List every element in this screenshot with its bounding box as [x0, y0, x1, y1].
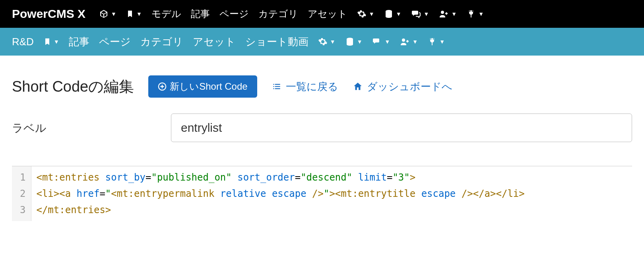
brand-logo[interactable]: PowerCMS X [12, 7, 85, 21]
nav-assets[interactable]: アセット [308, 8, 347, 20]
comments-icon [411, 9, 421, 19]
site-nav-categories[interactable]: カテゴリ [140, 35, 183, 49]
dashboard-label: ダッシュボードへ [367, 80, 452, 94]
label-form-row: ラベル [12, 114, 632, 142]
user-add-menu[interactable]: ▼ [438, 9, 457, 19]
line-gutter: 123 [12, 166, 31, 221]
gear-icon [357, 9, 367, 19]
caret-down-icon: ▼ [423, 11, 429, 17]
bookmark-icon [126, 9, 134, 19]
dashboard-link[interactable]: ダッシュボードへ [353, 80, 452, 94]
cube-icon [99, 9, 109, 19]
database-icon [345, 37, 355, 46]
code-area[interactable]: <mt:entries sort_by="published_on" sort_… [31, 166, 529, 221]
label-input[interactable] [171, 114, 632, 142]
caret-down-icon: ▼ [111, 11, 116, 17]
comments-menu[interactable]: ▼ [411, 9, 429, 19]
plus-circle-icon [158, 82, 167, 91]
code-editor[interactable]: 123 <mt:entries sort_by="published_on" s… [12, 166, 632, 221]
plug-icon [466, 9, 476, 19]
list-icon [272, 81, 282, 92]
bookmark-menu-site[interactable]: ▼ [43, 37, 59, 47]
bookmark-icon [43, 37, 51, 47]
bookmark-menu[interactable]: ▼ [126, 9, 142, 19]
nav-pages[interactable]: ページ [219, 8, 249, 20]
nav-categories[interactable]: カテゴリ [258, 8, 298, 20]
svg-point-1 [441, 11, 444, 14]
site-nav-pages[interactable]: ページ [99, 35, 131, 49]
site-name[interactable]: R&D [12, 36, 34, 48]
database-menu[interactable]: ▼ [384, 9, 402, 19]
cube-menu[interactable]: ▼ [99, 9, 116, 19]
user-plus-icon [438, 9, 449, 19]
site-nav-entries[interactable]: 記事 [69, 35, 89, 49]
caret-down-icon: ▼ [396, 11, 402, 17]
database-menu-site[interactable]: ▼ [345, 37, 363, 46]
comments-menu-site[interactable]: ▼ [372, 37, 390, 46]
nav-model[interactable]: モデル [151, 8, 181, 20]
gear-icon [318, 37, 328, 46]
caret-down-icon: ▼ [439, 38, 445, 45]
label-field-label: ラベル [12, 114, 159, 136]
site-nav-assets[interactable]: アセット [193, 35, 236, 49]
caret-down-icon: ▼ [451, 11, 457, 17]
svg-point-3 [402, 38, 405, 42]
caret-down-icon: ▼ [384, 38, 390, 45]
plug-menu-site[interactable]: ▼ [427, 37, 445, 46]
main-content: Short Codeの編集 新しいShort Code 一覧に戻る ダッシュボー… [0, 56, 644, 233]
caret-down-icon: ▼ [478, 11, 484, 17]
page-title: Short Codeの編集 [12, 77, 134, 97]
nav-entries[interactable]: 記事 [191, 8, 210, 20]
new-shortcode-button[interactable]: 新しいShort Code [148, 75, 257, 98]
site-navbar: R&D ▼ 記事 ページ カテゴリ アセット ショート動画 ▼ ▼ ▼ ▼ ▼ [0, 28, 644, 56]
user-add-menu-site[interactable]: ▼ [400, 37, 418, 46]
new-button-label: 新しいShort Code [170, 80, 247, 93]
page-header: Short Codeの編集 新しいShort Code 一覧に戻る ダッシュボー… [12, 75, 632, 98]
home-icon [353, 81, 363, 92]
user-plus-icon [400, 37, 410, 46]
plug-menu[interactable]: ▼ [466, 9, 484, 19]
caret-down-icon: ▼ [369, 11, 374, 17]
database-icon [384, 9, 394, 19]
caret-down-icon: ▼ [54, 38, 59, 45]
gear-menu[interactable]: ▼ [357, 9, 374, 19]
comments-icon [372, 37, 382, 46]
gear-menu-site[interactable]: ▼ [318, 37, 336, 46]
back-list-label: 一覧に戻る [286, 80, 338, 94]
top-navbar: PowerCMS X ▼ ▼ モデル 記事 ページ カテゴリ アセット ▼ ▼ … [0, 0, 644, 28]
back-to-list-link[interactable]: 一覧に戻る [272, 80, 338, 94]
caret-down-icon: ▼ [412, 38, 418, 45]
site-nav-shortvideo[interactable]: ショート動画 [245, 35, 308, 49]
caret-down-icon: ▼ [136, 11, 142, 17]
caret-down-icon: ▼ [357, 38, 363, 45]
plug-icon [427, 37, 437, 46]
caret-down-icon: ▼ [330, 38, 336, 45]
